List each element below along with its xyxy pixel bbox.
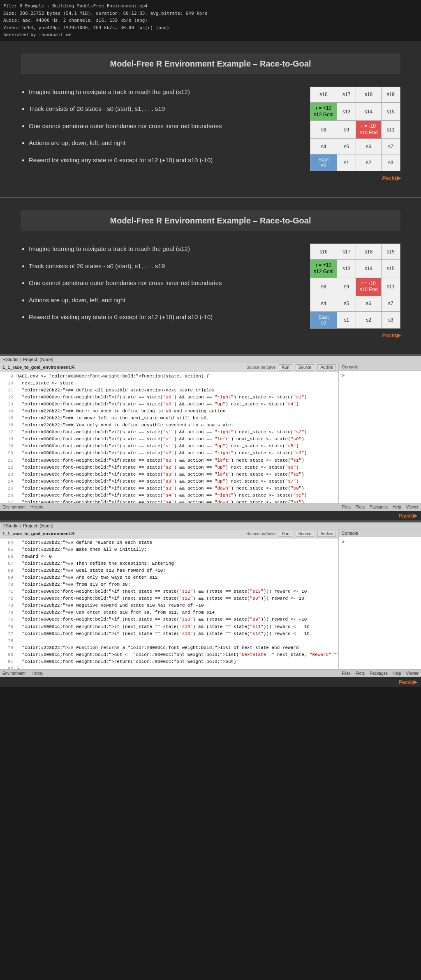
packages-tab-1[interactable]: Packages <box>370 505 388 509</box>
line-number: 71 <box>2 588 13 595</box>
console-prompt-2[interactable]: > <box>339 537 421 546</box>
code-line: 12 "color:#0000cc;font-weight:bold;">if(… <box>0 394 338 401</box>
source-btn-1[interactable]: Source <box>296 364 315 370</box>
file-tab-2[interactable]: 1_1_race_to_goal_environment.R <box>2 531 74 536</box>
code-line: 19 "color:#0000cc;font-weight:bold;">if(… <box>0 443 338 450</box>
grid-cell: r = -10 s10 End <box>356 278 381 296</box>
line-text: "color:#0000cc;font-weight:bold;">if (ne… <box>16 595 304 602</box>
source-btn-2[interactable]: Source <box>296 531 315 537</box>
line-text: "color:#0000cc;font-weight:bold;">if (ne… <box>16 630 310 637</box>
line-number: 21 <box>2 457 13 464</box>
line-text: "color:#0000cc;font-weight:bold;">if(sta… <box>16 443 299 450</box>
grid-cell: s4 <box>310 296 337 311</box>
console-pane-1[interactable]: Console > <box>339 363 421 503</box>
slide-2-title: Model-Free R Environment Example – Race-… <box>21 210 400 231</box>
history-tab-2[interactable]: History <box>30 671 43 676</box>
grid-cell: s4 <box>310 139 337 154</box>
packages-tab-2[interactable]: Packages <box>370 671 388 676</box>
line-text: "color:#228b22;">## Negative Reward End … <box>16 602 206 609</box>
line-text: "color:#0000cc;font-weight:bold;">if(sta… <box>16 394 307 401</box>
line-number: 17 <box>2 429 13 436</box>
line-text: reward <- 0 <box>16 553 52 560</box>
line-number: 70 <box>2 581 13 588</box>
line-number: 13 <box>2 401 13 408</box>
slide-1-bullets: Imagine learning to navigate a track to … <box>21 87 298 172</box>
code-line: 82} <box>0 665 338 669</box>
grid-cell: s7 <box>381 139 400 154</box>
plots-tab-1[interactable]: Plots <box>356 505 365 509</box>
line-number: 20 <box>2 450 13 457</box>
code-line: 24 "color:#0000cc;font-weight:bold;">if(… <box>0 478 338 485</box>
env-tab-2[interactable]: Environment <box>2 671 25 676</box>
viewer-tab-1[interactable]: Viewer <box>406 505 419 509</box>
code-line: 16 "color:#228b22;">## You only need to … <box>0 422 338 429</box>
line-text: "color:#0000cc;font-weight:bold;">if (ne… <box>16 588 307 595</box>
console-prompt-1[interactable]: > <box>339 371 421 380</box>
help-tab-1[interactable]: Help <box>393 505 401 509</box>
run-btn-2[interactable]: Run <box>279 531 292 537</box>
plots-tab-2[interactable]: Plots <box>356 671 365 676</box>
editor-pane-2[interactable]: 1_1_race_to_goal_environment.R Source on… <box>0 529 339 669</box>
line-text: "color:#228b22;">## from s13 or from s8: <box>16 581 130 588</box>
run-btn-1[interactable]: Run <box>279 364 292 370</box>
code-area-2[interactable]: 64 "color:#228b22;">## define rewards in… <box>0 538 338 669</box>
line-number: 64 <box>2 539 13 546</box>
console-pane-2[interactable]: Console > <box>339 529 421 669</box>
grid-cell: s13 <box>337 260 356 278</box>
editor-pane-1[interactable]: 1_1_race_to_goal_environment.R Source on… <box>0 363 339 503</box>
history-tab-1[interactable]: History <box>30 505 43 509</box>
code-line: 14 "color:#228b22;">## Note: no need to … <box>0 408 338 415</box>
code-line: 15 "color:#228b22;">## to move left as t… <box>0 415 338 422</box>
line-text: "color:#228b22;">## make them all 0 init… <box>16 546 147 553</box>
grid-cell: s11 <box>381 121 400 139</box>
line-text: next_state <- state <box>16 380 74 387</box>
grid-cell: s13 <box>337 102 356 120</box>
line-number: 22 <box>2 464 13 471</box>
rstudio-title-label-2: RStudio <box>2 523 19 528</box>
files-tab-2[interactable]: Files <box>342 671 351 676</box>
bullet-item: Reward for visiting any state is 0 excep… <box>29 155 298 166</box>
editor-toolbar-2: 1_1_race_to_goal_environment.R Source on… <box>0 529 338 538</box>
file-tab-1[interactable]: 1_1_race_to_goal_environment.R <box>2 365 74 370</box>
line-number: 26 <box>2 492 13 499</box>
line-number: 76 <box>2 623 13 630</box>
line-text: "color:#0000cc;font-weight:bold;">if(sta… <box>16 450 307 457</box>
file-header: File: R Example - Building Model-Free En… <box>0 0 421 41</box>
slide-1: Model-Free R Environment Example – Race-… <box>0 41 421 197</box>
line-number: 67 <box>2 560 13 567</box>
line-number: 74 <box>2 609 13 616</box>
editor-toolbar-1: 1_1_race_to_goal_environment.R Source on… <box>0 363 338 372</box>
line-number: 69 <box>2 574 13 581</box>
grid-cell: s3 <box>381 311 400 328</box>
line-number: 65 <box>2 546 13 553</box>
env-tab-1[interactable]: Environment <box>2 505 25 509</box>
line-number: 18 <box>2 436 13 443</box>
bullet-item: Track consists of 20 states - s0 (start)… <box>29 261 298 271</box>
line-number: 24 <box>2 478 13 485</box>
grid-cell: s9 <box>337 121 356 139</box>
slide-1-title: Model-Free R Environment Example – Race-… <box>21 53 400 74</box>
help-tab-2[interactable]: Help <box>393 671 401 676</box>
slide-2-bullets: Imagine learning to navigate a track to … <box>21 244 298 329</box>
line-text: "color:#228b22;">## Then define the exce… <box>16 560 174 567</box>
line-text: "color:#228b22;">## define all possible … <box>16 387 215 394</box>
rstudio-window-1: RStudio | Project: (None) 1_1_race_to_go… <box>0 355 421 520</box>
grid-cell: s9 <box>337 278 356 296</box>
addins-btn-2[interactable]: Addins <box>317 531 336 537</box>
line-number: 79 <box>2 644 13 651</box>
source-on-save-btn-2[interactable]: Source on Save <box>246 531 275 536</box>
line-number: 25 <box>2 485 13 492</box>
grid-cell: r = +10 s12 Goal <box>310 260 337 278</box>
state-grid-1: s16s17s18s19r = +10 s12 Goals13s14s15s8s… <box>310 87 400 171</box>
files-tab-1[interactable]: Files <box>342 505 351 509</box>
viewer-tab-2[interactable]: Viewer <box>406 671 419 676</box>
addins-btn-1[interactable]: Addins <box>317 364 336 370</box>
grid-cell: s6 <box>356 296 381 311</box>
grid-cell: s7 <box>381 296 400 311</box>
packt-logo-4: Packt▶ <box>0 677 421 687</box>
source-on-save-btn[interactable]: Source on Save <box>246 365 275 370</box>
code-line: 69 "color:#228b22;">## Are only two ways… <box>0 574 338 581</box>
separator: | <box>20 357 21 362</box>
code-area-1[interactable]: 9RACE.env <- "color:#0000cc;font-weight:… <box>0 372 338 503</box>
code-line: 71 "color:#0000cc;font-weight:bold;">if … <box>0 588 338 595</box>
